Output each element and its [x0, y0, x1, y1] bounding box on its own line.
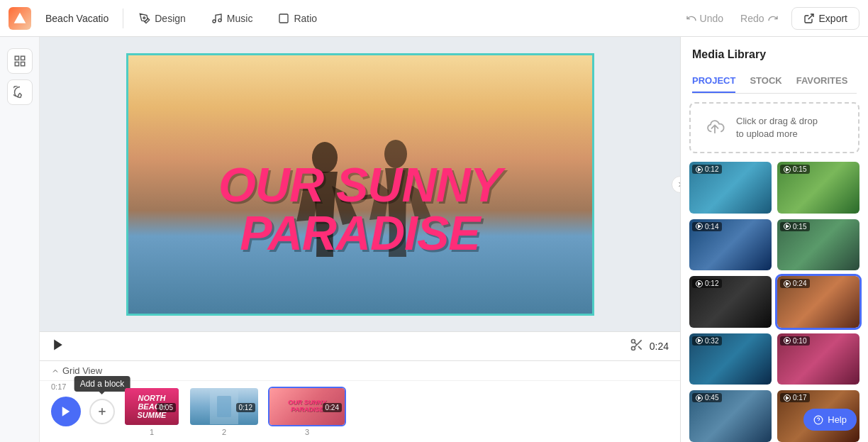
design-button[interactable]: Design: [129, 9, 196, 28]
svg-point-14: [631, 340, 635, 343]
svg-point-15: [631, 347, 635, 350]
undo-label: Undo: [700, 13, 723, 24]
canvas-wrapper: OUR SUNNY PARADISE: [40, 37, 680, 331]
tab-project[interactable]: PROJECT: [692, 70, 735, 93]
svg-rect-8: [15, 62, 18, 66]
canvas-area: OUR SUNNY PARADISE 0:24: [40, 37, 680, 442]
clip2-number: 2: [189, 428, 260, 436]
svg-marker-13: [54, 340, 62, 350]
app-logo: [9, 7, 31, 30]
play-dot: [784, 166, 791, 173]
clip-3[interactable]: OUR SUNNYPARADISE 0:24 3: [268, 387, 346, 436]
svg-rect-7: [21, 56, 24, 60]
play-dot: [696, 394, 703, 402]
timeline-play-button[interactable]: [51, 397, 81, 426]
upload-area[interactable]: Click or drag & dropto upload more: [689, 102, 859, 153]
clip1-number: 1: [123, 428, 180, 436]
export-button[interactable]: Export: [791, 7, 859, 30]
canvas-text-overlay: OUR SUNNY PARADISE: [128, 160, 592, 257]
svg-point-3: [218, 18, 221, 21]
canvas-controls: 0:24: [40, 331, 680, 360]
media-item-7[interactable]: 0:32: [689, 333, 772, 385]
play-button[interactable]: [51, 338, 65, 355]
help-button[interactable]: Help: [803, 409, 857, 431]
media-duration-2: 0:15: [780, 165, 810, 174]
media-duration-10: 0:17: [780, 393, 810, 402]
main-area: OUR SUNNY PARADISE 0:24: [0, 37, 868, 442]
svg-line-17: [638, 346, 642, 350]
svg-line-18: [635, 343, 637, 345]
media-item-8[interactable]: 0:10: [777, 333, 859, 385]
clip3-duration: 0:24: [323, 403, 342, 412]
media-grid: 0:12 0:15 0:14: [689, 162, 859, 442]
clip1-duration: 0:05: [157, 403, 176, 412]
svg-rect-4: [279, 14, 288, 23]
color-button[interactable]: [7, 79, 33, 105]
canvas-video-bg: OUR SUNNY PARADISE: [128, 55, 592, 314]
tab-stock[interactable]: STOCK: [750, 70, 781, 93]
media-duration-3: 0:14: [692, 222, 722, 231]
help-label: Help: [828, 414, 847, 425]
ratio-button[interactable]: Ratio: [268, 9, 327, 28]
canvas-duration: 0:24: [650, 341, 669, 352]
svg-marker-19: [62, 407, 70, 416]
clip-1[interactable]: NORTHBEACHSUMME 0:05 1: [123, 387, 180, 436]
canvas-title-line2: PARADISE: [128, 209, 592, 257]
play-dot: [696, 166, 703, 173]
redo-label: Redo: [740, 13, 764, 24]
media-duration-7: 0:32: [692, 336, 722, 346]
play-dot: [696, 337, 703, 344]
svg-point-2: [213, 20, 216, 23]
svg-rect-23: [217, 396, 231, 417]
tab-favorites[interactable]: FAVORITES: [796, 70, 848, 93]
upload-text: Click or drag & dropto upload more: [736, 115, 818, 140]
media-lib-body: Click or drag & dropto upload more 0:12 …: [681, 94, 868, 442]
grid-view-toggle[interactable]: Grid View: [51, 365, 102, 376]
play-dot: [784, 337, 791, 344]
export-label: Export: [819, 13, 847, 24]
timeline-content: 0:17 Add a block NORTHBEACHSUMME: [40, 381, 680, 442]
left-panel: [0, 37, 40, 442]
music-button[interactable]: Music: [201, 9, 263, 28]
svg-rect-6: [15, 56, 18, 60]
media-duration-6: 0:24: [780, 279, 810, 288]
media-tabs: PROJECT STOCK FAVORITES: [692, 70, 857, 94]
clip3-number: 3: [268, 428, 346, 436]
media-item-9[interactable]: 0:45: [689, 390, 772, 442]
grid-view-label: Grid View: [62, 365, 102, 376]
media-lib-header: Media Library PROJECT STOCK FAVORITES: [681, 37, 868, 94]
play-dot: [696, 223, 703, 230]
timeline: Grid View 0:17 Add a block: [40, 360, 680, 442]
redo-button[interactable]: Redo: [733, 9, 785, 28]
media-item-3[interactable]: 0:14: [689, 219, 772, 271]
divider-1: [123, 9, 123, 28]
media-duration-4: 0:15: [780, 222, 810, 231]
canvas-container: OUR SUNNY PARADISE: [126, 53, 594, 316]
project-name[interactable]: Beach Vacatio: [37, 9, 117, 28]
undo-redo-group: Undo Redo: [679, 9, 786, 28]
media-item-6[interactable]: 0:24: [777, 276, 859, 328]
undo-button[interactable]: Undo: [679, 9, 730, 28]
media-item-5[interactable]: 0:12: [689, 276, 772, 328]
media-item-1[interactable]: 0:12: [689, 162, 772, 214]
design-label: Design: [155, 13, 186, 24]
collapse-panel-button[interactable]: [672, 176, 680, 193]
media-duration-5: 0:12: [692, 279, 722, 288]
clip-2[interactable]: 0:12 2: [189, 387, 260, 436]
music-label: Music: [227, 13, 253, 24]
media-item-2[interactable]: 0:15: [777, 162, 859, 214]
media-duration-1: 0:12: [692, 165, 722, 174]
scissors-icon[interactable]: [630, 338, 644, 355]
upload-icon: [702, 115, 728, 140]
timeline-timestamp: 0:17: [51, 382, 66, 391]
add-block-button[interactable]: Add a block: [89, 399, 115, 424]
svg-point-1: [143, 17, 145, 19]
timeline-header: Grid View: [40, 361, 680, 381]
play-dot: [784, 394, 791, 402]
right-panel: Media Library PROJECT STOCK FAVORITES Cl…: [680, 37, 868, 442]
grid-layout-button[interactable]: [7, 48, 33, 74]
svg-line-5: [808, 14, 813, 19]
media-item-4[interactable]: 0:15: [777, 219, 859, 271]
play-dot: [784, 280, 791, 287]
topbar: Beach Vacatio Design Music Ratio Undo Re…: [0, 0, 868, 37]
